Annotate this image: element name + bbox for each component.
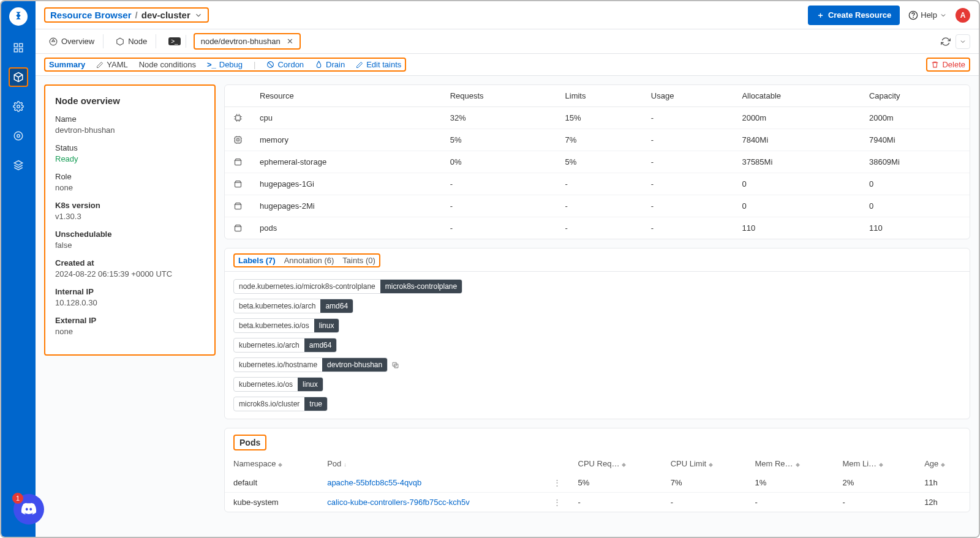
kebab-icon[interactable]: ⋮ bbox=[553, 478, 561, 487]
labels-tab-taints[interactable]: Taints (0) bbox=[342, 256, 375, 265]
labels-tab-annotation[interactable]: Annotation (6) bbox=[284, 256, 334, 265]
col-mem-lim: Mem Li…◆ bbox=[834, 454, 916, 473]
pencil-icon bbox=[356, 61, 363, 69]
overview-title: Node overview bbox=[55, 95, 205, 106]
tabbar: Overview Node >_ node/devtron-bhushan ✕ bbox=[36, 29, 979, 54]
resource-row: ephemeral-storage0%5%-37585Mi38609Mi bbox=[225, 151, 970, 173]
action-box-left: Summary YAML Node conditions >_ Debug | … bbox=[44, 58, 406, 72]
resources-col: Requests bbox=[442, 85, 557, 107]
action-edit-taints[interactable]: Edit taints bbox=[356, 60, 401, 69]
tab-node[interactable]: Node bbox=[111, 34, 156, 48]
pods-table: Namespace◆ Pod↓ CPU Req…◆ CPU Limit◆ Mem… bbox=[225, 454, 970, 512]
tab-overview[interactable]: Overview bbox=[44, 34, 104, 48]
action-node-conditions[interactable]: Node conditions bbox=[139, 60, 196, 69]
reload-icon[interactable] bbox=[941, 37, 951, 47]
action-yaml[interactable]: YAML bbox=[96, 60, 127, 69]
nav-cube-icon[interactable] bbox=[9, 67, 28, 87]
copy-icon[interactable] bbox=[391, 361, 399, 369]
discord-notif-count: 1 bbox=[12, 493, 23, 504]
svg-rect-2 bbox=[14, 49, 17, 52]
breadcrumb: Resource Browser / dev-cluster bbox=[44, 7, 209, 23]
help-button[interactable]: Help bbox=[908, 10, 947, 20]
svg-rect-3 bbox=[20, 49, 23, 52]
pods-card: Pods Namespace◆ Pod↓ CPU Req…◆ CPU Limit… bbox=[224, 428, 970, 512]
nav-gear-icon[interactable] bbox=[9, 97, 28, 116]
chevron-down-icon[interactable] bbox=[956, 34, 970, 49]
resources-card: ResourceRequestsLimitsUsageAllocatableCa… bbox=[224, 84, 970, 239]
app-logo bbox=[9, 7, 28, 26]
resources-col: Usage bbox=[643, 85, 734, 107]
pod-link[interactable]: apache-55bfcb8c55-4qvqb bbox=[327, 478, 421, 487]
resources-col: Capacity bbox=[861, 85, 970, 107]
action-drain[interactable]: Drain bbox=[315, 60, 345, 69]
cordon-icon bbox=[266, 61, 274, 69]
overview-value: false bbox=[55, 241, 205, 250]
nav-settings-icon[interactable] bbox=[9, 126, 28, 146]
resource-row: cpu32%15%-2000m2000m bbox=[225, 107, 970, 129]
overview-value: 2024-08-22 06:15:39 +0000 UTC bbox=[55, 269, 205, 278]
overview-label: Name bbox=[55, 114, 205, 124]
breadcrumb-root[interactable]: Resource Browser bbox=[50, 10, 132, 20]
trash-icon bbox=[931, 61, 939, 69]
pod-row: kube-systemcalico-kube-controllers-796fb… bbox=[225, 493, 970, 512]
tab-terminal[interactable]: >_ bbox=[164, 35, 186, 48]
col-namespace: Namespace◆ bbox=[225, 454, 318, 473]
svg-rect-13 bbox=[237, 139, 239, 141]
svg-rect-0 bbox=[14, 43, 17, 47]
labels-card: Labels (7) Annotation (6) Taints (0) nod… bbox=[224, 248, 970, 419]
col-cpu-lim: CPU Limit◆ bbox=[662, 454, 747, 473]
label-chip: beta.kubernetes.io/oslinux bbox=[233, 318, 339, 333]
overview-value: v1.30.3 bbox=[55, 212, 205, 221]
label-chip: microk8s.io/clustertrue bbox=[233, 397, 328, 411]
resource-row: hugepages-1Gi---00 bbox=[225, 173, 970, 195]
label-chip: kubernetes.io/archamd64 bbox=[233, 338, 337, 353]
create-resource-button[interactable]: ＋ Create Resource bbox=[808, 6, 900, 25]
storage-icon bbox=[225, 195, 251, 217]
overview-value: none bbox=[55, 183, 205, 192]
close-icon[interactable]: ✕ bbox=[287, 37, 293, 46]
svg-rect-11 bbox=[236, 116, 241, 121]
memory-icon bbox=[225, 129, 251, 151]
pod-link[interactable]: calico-kube-controllers-796fb75cc-kch5v bbox=[327, 498, 470, 507]
plus-icon: ＋ bbox=[816, 10, 824, 21]
action-debug[interactable]: >_ Debug bbox=[207, 60, 243, 69]
svg-point-4 bbox=[17, 105, 20, 108]
drain-icon bbox=[315, 61, 323, 69]
labels-tab-labels[interactable]: Labels (7) bbox=[238, 256, 276, 265]
kebab-icon[interactable]: ⋮ bbox=[553, 498, 561, 507]
terminal-icon: >_ bbox=[207, 60, 216, 69]
user-avatar[interactable]: A bbox=[956, 8, 970, 23]
overview-label: Status bbox=[55, 143, 205, 152]
action-summary[interactable]: Summary bbox=[49, 60, 85, 69]
cpu-icon bbox=[225, 107, 251, 129]
resources-col: Allocatable bbox=[733, 85, 861, 107]
resource-row: memory5%7%-7840Mi7940Mi bbox=[225, 129, 970, 151]
nav-apps-icon[interactable] bbox=[9, 38, 28, 58]
tab-current-node[interactable]: node/devtron-bhushan ✕ bbox=[194, 33, 301, 50]
svg-point-6 bbox=[17, 135, 20, 138]
storage-icon bbox=[225, 217, 251, 239]
overview-label: Unschedulable bbox=[55, 230, 205, 239]
nav-layers-icon[interactable] bbox=[9, 155, 28, 175]
discord-badge[interactable]: 1 bbox=[13, 494, 44, 525]
chevron-down-icon[interactable] bbox=[194, 11, 203, 20]
breadcrumb-current: dev-cluster bbox=[141, 10, 190, 20]
overview-value: devtron-bhushan bbox=[55, 125, 205, 135]
label-chip: beta.kubernetes.io/archamd64 bbox=[233, 299, 353, 313]
storage-icon bbox=[225, 173, 251, 195]
storage-icon bbox=[225, 151, 251, 173]
svg-point-8 bbox=[913, 17, 914, 18]
pod-row: defaultapache-55bfcb8c55-4qvqb⋮5%7%1%2%1… bbox=[225, 473, 970, 493]
label-chip: kubernetes.io/oslinux bbox=[233, 377, 323, 392]
delete-button[interactable]: Delete bbox=[926, 58, 970, 72]
overview-label: Role bbox=[55, 172, 205, 181]
action-cordon[interactable]: Cordon bbox=[266, 60, 304, 69]
sidebar bbox=[1, 1, 36, 537]
svg-point-5 bbox=[14, 132, 23, 140]
overview-label: Created at bbox=[55, 258, 205, 267]
topbar: Resource Browser / dev-cluster ＋ Create … bbox=[36, 1, 979, 29]
overview-label: Internal IP bbox=[55, 287, 205, 296]
label-chip: kubernetes.io/hostnamedevtron-bhushan bbox=[233, 357, 388, 372]
action-bar: Summary YAML Node conditions >_ Debug | … bbox=[36, 54, 979, 76]
node-overview-card: Node overview Namedevtron-bhushanStatusR… bbox=[44, 84, 216, 356]
